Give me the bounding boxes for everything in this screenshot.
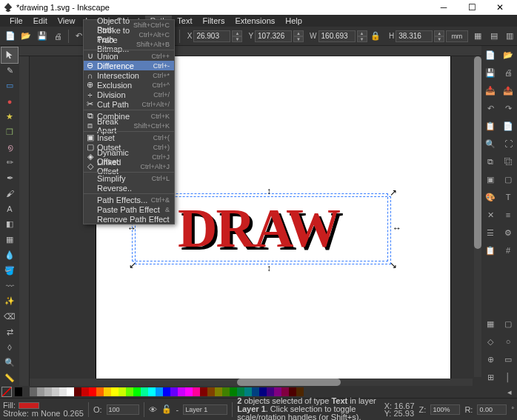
cmd-clone-icon[interactable]: ⿻ — [499, 153, 517, 170]
cmd-prefs-icon[interactable]: ⚙ — [499, 224, 517, 241]
y-dn[interactable]: ▼ — [293, 36, 304, 42]
handle-sw[interactable]: ↙ — [129, 262, 135, 268]
menu-item-union[interactable]: ∪UnionCtrl++ — [84, 51, 174, 61]
color-swatch[interactable] — [230, 387, 237, 396]
cmd-dup-icon[interactable]: ⧉ — [481, 153, 499, 170]
color-swatch[interactable] — [200, 387, 207, 396]
eraser-tool[interactable]: ⌫ — [1, 309, 18, 324]
paintbucket-tool[interactable]: 🪣 — [1, 263, 18, 279]
snap-center-icon[interactable]: ⊕ — [481, 350, 499, 368]
menu-item-intersection[interactable]: ∩IntersectionCtrl+* — [84, 70, 174, 80]
handle-se[interactable]: ↘ — [390, 262, 396, 268]
cmd-ungroup-icon[interactable]: ▢ — [499, 170, 517, 188]
handle-e[interactable]: ↔ — [393, 225, 398, 231]
cmd-print-icon[interactable]: 🖨 — [499, 64, 517, 81]
selector-tool[interactable] — [1, 47, 18, 63]
color-swatch[interactable] — [281, 387, 289, 396]
color-swatch[interactable] — [52, 387, 59, 396]
snap3-icon[interactable]: ▥ — [502, 29, 516, 44]
cmd-paste-icon[interactable]: 📄 — [499, 117, 517, 135]
color-swatch[interactable] — [148, 387, 156, 396]
handle-ne[interactable]: ↗ — [390, 190, 396, 196]
handle-n[interactable]: ↕ — [267, 188, 273, 194]
color-swatch[interactable] — [22, 387, 30, 396]
lock-icon[interactable]: 🔒 — [369, 29, 383, 44]
color-swatch[interactable] — [296, 387, 304, 396]
snap-toggle-icon[interactable]: ▦ — [481, 315, 499, 333]
color-swatch[interactable] — [215, 387, 222, 396]
color-swatch[interactable] — [59, 387, 67, 396]
y-up[interactable]: ▲ — [293, 30, 304, 36]
color-swatch[interactable] — [15, 387, 22, 396]
mesh-tool[interactable]: ▦ — [1, 232, 18, 247]
color-swatch[interactable] — [119, 387, 126, 396]
zoom-input[interactable] — [430, 404, 460, 415]
color-swatch[interactable] — [81, 387, 89, 396]
maximize-button[interactable]: ☐ — [458, 0, 486, 15]
color-swatch[interactable] — [274, 387, 281, 396]
w-up[interactable]: ▲ — [357, 30, 367, 36]
no-color-swatch[interactable] — [1, 387, 12, 397]
cmd-selectors-icon[interactable]: # — [499, 241, 517, 259]
color-swatch[interactable] — [193, 387, 200, 396]
stroke-width[interactable]: 0.265 — [63, 410, 84, 418]
3dbox-tool[interactable]: ❒ — [1, 124, 18, 140]
cmd-zoomdraw-icon[interactable]: ⛶ — [499, 135, 517, 153]
snap-bbox-icon[interactable]: ▢ — [499, 315, 517, 333]
color-swatch[interactable] — [30, 387, 37, 396]
cmd-copy-icon[interactable]: 📋 — [481, 117, 499, 135]
handle-w[interactable]: ↔ — [127, 225, 133, 231]
snap-page-icon[interactable]: ▭ — [499, 350, 517, 368]
cmd-zoomsel-icon[interactable]: 🔍 — [481, 135, 499, 153]
menu-item-inset[interactable]: ▣InsetCtrl+( — [84, 133, 174, 142]
print-icon[interactable]: 🖨 — [50, 29, 64, 44]
layer-select[interactable] — [183, 404, 227, 415]
calligraphy-tool[interactable]: 🖌 — [1, 186, 18, 201]
text-tool[interactable]: A — [1, 201, 18, 217]
menu-view[interactable]: View — [53, 16, 81, 26]
rect-tool[interactable]: ▭ — [1, 79, 18, 94]
color-swatch[interactable] — [289, 387, 296, 396]
w-dn[interactable]: ▼ — [357, 36, 367, 42]
color-swatch[interactable] — [104, 387, 111, 396]
menu-edit[interactable]: Edit — [28, 16, 53, 26]
color-swatch[interactable] — [67, 387, 74, 396]
pencil-tool[interactable]: ✏ — [1, 155, 18, 170]
x-input[interactable] — [193, 30, 230, 42]
menu-extensions[interactable]: Extensions — [230, 16, 280, 26]
open-icon[interactable]: 📂 — [19, 29, 33, 44]
palette-menu-icon[interactable]: ◂ — [502, 384, 517, 399]
h-input[interactable] — [396, 30, 433, 42]
color-swatch[interactable] — [37, 387, 44, 396]
spray-tool[interactable]: ✨ — [1, 293, 18, 309]
scrollbar-vertical[interactable] — [474, 56, 481, 377]
color-swatch[interactable] — [237, 387, 244, 396]
save-icon[interactable]: 💾 — [35, 29, 49, 44]
cmd-redo-icon[interactable]: ↷ — [499, 99, 517, 117]
dropper-tool[interactable]: 💧 — [1, 247, 18, 263]
minimize-button[interactable]: ─ — [430, 0, 458, 15]
color-swatch[interactable] — [252, 387, 259, 396]
close-button[interactable]: ✕ — [486, 0, 514, 15]
cmd-fill-icon[interactable]: 🎨 — [481, 188, 499, 206]
color-swatch[interactable] — [259, 387, 267, 396]
cmd-align-icon[interactable]: ≡ — [499, 206, 517, 224]
color-swatch[interactable] — [133, 387, 141, 396]
circle-tool[interactable]: ● — [1, 93, 18, 109]
menu-file[interactable]: File — [4, 16, 28, 26]
unit-select[interactable]: mm — [446, 30, 467, 42]
x-dn[interactable]: ▼ — [232, 36, 242, 42]
cmd-xml-icon[interactable]: ✕ — [481, 206, 499, 224]
menu-filters[interactable]: Filters — [198, 16, 230, 26]
h-up[interactable]: ▲ — [434, 30, 444, 36]
gradient-tool[interactable]: ◧ — [1, 216, 18, 232]
node-tool[interactable]: ✎ — [1, 63, 18, 79]
color-swatch[interactable] — [44, 387, 52, 396]
lpe-tool[interactable]: ◊ — [1, 340, 18, 356]
cmd-group-icon[interactable]: ▣ — [481, 170, 499, 188]
spiral-tool[interactable]: ൭ — [1, 140, 18, 156]
h-dn[interactable]: ▼ — [434, 36, 444, 42]
color-swatch[interactable] — [222, 387, 230, 396]
rotate-input[interactable] — [477, 404, 507, 415]
cmd-open-icon[interactable]: 📂 — [499, 46, 517, 64]
